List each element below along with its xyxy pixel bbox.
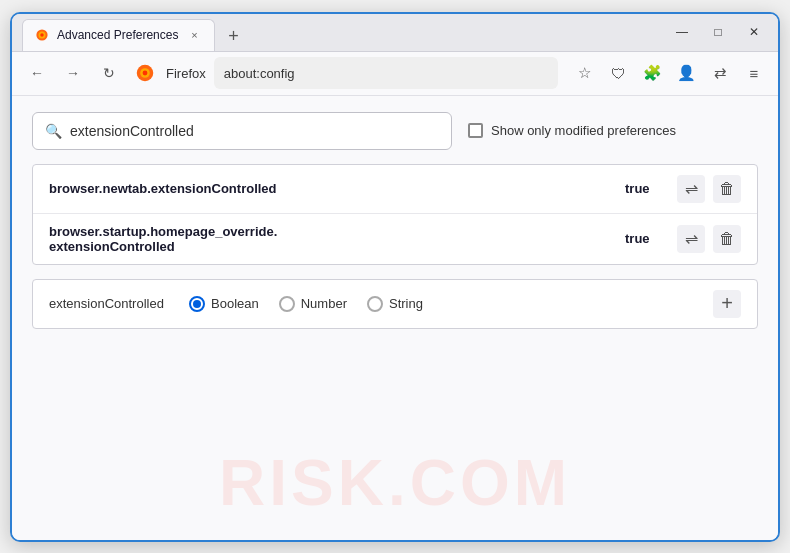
browser-window: Advanced Preferences × + — □ ✕ ← → ↻ Fir… (10, 12, 780, 542)
forward-button[interactable]: → (58, 58, 88, 88)
show-modified-label: Show only modified preferences (491, 123, 676, 138)
radio-group: Boolean Number String (189, 296, 693, 312)
radio-string[interactable]: String (367, 296, 423, 312)
toggle-button-2[interactable]: ⇌ (677, 225, 705, 253)
radio-number-label: Number (301, 296, 347, 311)
show-modified-row: Show only modified preferences (468, 123, 676, 138)
tab-close-button[interactable]: × (186, 27, 202, 43)
shield-icon[interactable]: 🛡 (604, 59, 632, 87)
results-table: browser.newtab.extensionControlled true … (32, 164, 758, 265)
result-name-2: browser.startup.homepage_override. exten… (49, 224, 613, 254)
search-icon: 🔍 (45, 123, 62, 139)
tab-favicon-icon (35, 28, 49, 42)
bookmark-icon[interactable]: ☆ (570, 59, 598, 87)
table-row: browser.newtab.extensionControlled true … (33, 165, 757, 214)
maximize-button[interactable]: □ (704, 22, 732, 42)
add-preference-button[interactable]: + (713, 290, 741, 318)
profile-icon[interactable]: 👤 (672, 59, 700, 87)
close-button[interactable]: ✕ (740, 22, 768, 42)
reload-button[interactable]: ↻ (94, 58, 124, 88)
result-actions-2: ⇌ 🗑 (677, 225, 741, 253)
new-tab-button[interactable]: + (219, 23, 247, 51)
delete-button-1[interactable]: 🗑 (713, 175, 741, 203)
result-value-2: true (625, 231, 665, 246)
content-area: RISK.COM 🔍 extensionControlled Show only… (12, 96, 778, 540)
firefox-logo-icon (134, 62, 156, 84)
show-modified-checkbox[interactable] (468, 123, 483, 138)
radio-boolean-label: Boolean (211, 296, 259, 311)
search-input[interactable]: extensionControlled (70, 123, 439, 139)
synced-tabs-icon[interactable]: ⇄ (706, 59, 734, 87)
title-bar: Advanced Preferences × + — □ ✕ (12, 14, 778, 52)
browser-name-label: Firefox (166, 66, 206, 81)
add-row-name: extensionControlled (49, 296, 169, 311)
radio-string-circle (367, 296, 383, 312)
add-row: extensionControlled Boolean Number (32, 279, 758, 329)
toggle-button-1[interactable]: ⇌ (677, 175, 705, 203)
address-text: about:config (224, 66, 295, 81)
radio-boolean-dot (193, 300, 201, 308)
result-actions-1: ⇌ 🗑 (677, 175, 741, 203)
nav-icons: ☆ 🛡 🧩 👤 ⇄ ≡ (570, 59, 768, 87)
radio-boolean-circle (189, 296, 205, 312)
window-controls: — □ ✕ (668, 22, 768, 42)
delete-button-2[interactable]: 🗑 (713, 225, 741, 253)
radio-number-circle (279, 296, 295, 312)
search-box[interactable]: 🔍 extensionControlled (32, 112, 452, 150)
radio-string-label: String (389, 296, 423, 311)
result-name-1: browser.newtab.extensionControlled (49, 181, 613, 196)
watermark: RISK.COM (219, 446, 571, 520)
extension-icon[interactable]: 🧩 (638, 59, 666, 87)
svg-point-5 (143, 71, 148, 76)
result-value-1: true (625, 181, 665, 196)
menu-button[interactable]: ≡ (740, 59, 768, 87)
svg-point-2 (40, 33, 44, 37)
tab-area: Advanced Preferences × + (22, 14, 668, 51)
active-tab[interactable]: Advanced Preferences × (22, 19, 215, 51)
radio-boolean[interactable]: Boolean (189, 296, 259, 312)
nav-bar: ← → ↻ Firefox about:config ☆ 🛡 🧩 👤 ⇄ ≡ (12, 52, 778, 96)
tab-title: Advanced Preferences (57, 28, 178, 42)
table-row: browser.startup.homepage_override. exten… (33, 214, 757, 264)
radio-number[interactable]: Number (279, 296, 347, 312)
search-row: 🔍 extensionControlled Show only modified… (32, 112, 758, 150)
address-bar[interactable]: about:config (214, 57, 558, 89)
minimize-button[interactable]: — (668, 22, 696, 42)
back-button[interactable]: ← (22, 58, 52, 88)
